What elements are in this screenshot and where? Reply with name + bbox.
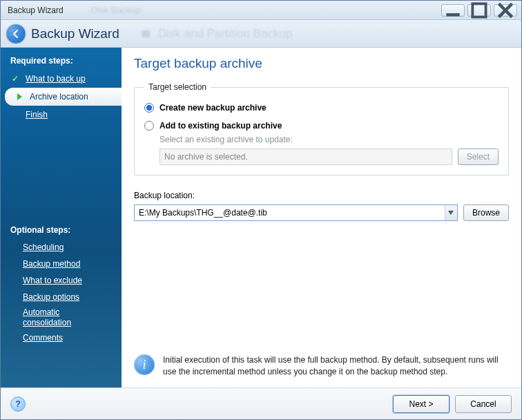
radio-create-input[interactable] bbox=[144, 103, 154, 113]
select-existing-hint: Select an existing archive to update: bbox=[160, 135, 499, 144]
window-title: Backup Wizard bbox=[8, 6, 64, 15]
step-archive-location[interactable]: Archive location bbox=[5, 88, 122, 106]
check-icon: ✓ bbox=[10, 74, 20, 84]
back-button[interactable] bbox=[6, 24, 26, 44]
backup-location-row: Browse bbox=[134, 204, 509, 221]
existing-archive-sub: Select an existing archive to update: Se… bbox=[160, 135, 499, 165]
page-title: Target backup archive bbox=[134, 56, 509, 71]
backup-wizard-window: Backup Wizard Disk Backup Backup Wizard … bbox=[0, 0, 522, 420]
step-scheduling[interactable]: Scheduling bbox=[1, 239, 122, 256]
select-archive-button: Select bbox=[458, 149, 499, 165]
step-what-to-exclude[interactable]: What to exclude bbox=[1, 272, 122, 289]
footer: ? Next > Cancel bbox=[1, 388, 521, 419]
minimize-button[interactable] bbox=[441, 4, 465, 17]
radio-add-existing[interactable]: Add to existing backup archive bbox=[144, 121, 499, 131]
step-link[interactable]: What to back up bbox=[26, 74, 86, 84]
backup-location-dropdown[interactable] bbox=[445, 205, 457, 220]
radio-add-label[interactable]: Add to existing backup archive bbox=[160, 121, 282, 131]
step-what-to-back-up[interactable]: ✓ What to back up bbox=[1, 70, 122, 88]
svg-rect-4 bbox=[142, 30, 150, 37]
header-context: Disk and Partition Backup bbox=[140, 27, 293, 41]
radio-add-input[interactable] bbox=[144, 121, 154, 131]
step-link[interactable]: Finish bbox=[26, 110, 48, 120]
radio-create-new[interactable]: Create new backup archive bbox=[144, 103, 499, 113]
close-button[interactable] bbox=[494, 4, 517, 17]
info-text: Initial execution of this task will use … bbox=[163, 354, 509, 378]
backup-location-input[interactable] bbox=[135, 205, 445, 220]
backup-location-label: Backup location: bbox=[134, 191, 509, 200]
header-title: Backup Wizard bbox=[31, 26, 119, 41]
step-backup-method[interactable]: Backup method bbox=[1, 256, 122, 272]
optional-steps-heading: Optional steps: bbox=[1, 222, 122, 239]
step-icon-empty bbox=[10, 110, 20, 120]
browse-button[interactable]: Browse bbox=[463, 204, 509, 221]
header-bar: Backup Wizard Disk and Partition Backup bbox=[1, 20, 521, 48]
arrow-right-icon bbox=[14, 92, 24, 102]
required-steps-heading: Required steps: bbox=[1, 53, 122, 70]
info-icon: i bbox=[134, 354, 155, 375]
step-link: Archive location bbox=[30, 92, 88, 102]
help-button[interactable]: ? bbox=[10, 397, 26, 412]
target-selection-legend: Target selection bbox=[144, 82, 211, 92]
svg-rect-1 bbox=[472, 3, 485, 17]
backup-location-combo[interactable] bbox=[134, 204, 458, 221]
step-finish[interactable]: Finish bbox=[1, 106, 122, 124]
main-panel: Target backup archive Target selection C… bbox=[122, 48, 521, 388]
cancel-button[interactable]: Cancel bbox=[455, 395, 512, 413]
step-comments[interactable]: Comments bbox=[1, 330, 122, 346]
step-backup-options[interactable]: Backup options bbox=[1, 289, 122, 305]
sidebar: Required steps: ✓ What to back up Archiv… bbox=[1, 48, 122, 388]
existing-archive-field bbox=[160, 149, 452, 165]
title-bar-context: Disk Backup bbox=[91, 5, 141, 15]
window-controls bbox=[441, 4, 517, 17]
radio-create-label[interactable]: Create new backup archive bbox=[160, 103, 267, 113]
target-selection-group: Target selection Create new backup archi… bbox=[134, 82, 509, 175]
next-button[interactable]: Next > bbox=[393, 395, 450, 413]
optional-steps: Optional steps: Scheduling Backup method… bbox=[1, 222, 122, 388]
info-row: i Initial execution of this task will us… bbox=[134, 349, 509, 388]
maximize-button[interactable] bbox=[467, 4, 491, 17]
step-automatic-consolidation[interactable]: Automaticconsolidation bbox=[1, 305, 122, 330]
title-bar: Backup Wizard Disk Backup bbox=[1, 1, 521, 20]
wizard-body: Required steps: ✓ What to back up Archiv… bbox=[1, 48, 521, 388]
